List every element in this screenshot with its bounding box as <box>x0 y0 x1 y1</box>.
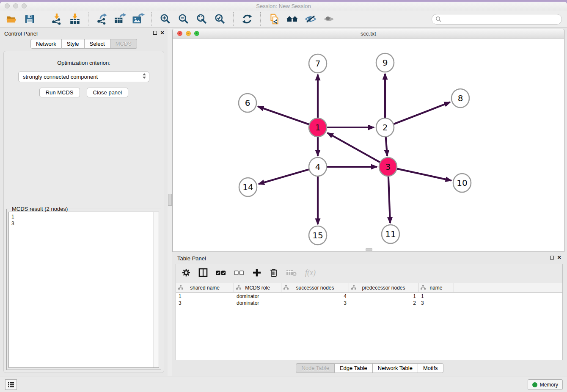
show-all-icon[interactable] <box>322 13 335 25</box>
graph-node-1[interactable]: 1 <box>309 118 327 137</box>
table-row[interactable]: 1dominator411 <box>176 293 562 300</box>
table-panel-title: Table Panel <box>177 255 206 262</box>
zoom-in-icon[interactable] <box>159 13 172 25</box>
export-image-icon[interactable] <box>132 13 145 25</box>
network-window-title: scc.txt <box>173 30 564 37</box>
network-window-titlebar[interactable]: × − + scc.txt <box>173 29 564 39</box>
function-builder-icon[interactable]: f(x) <box>305 268 316 277</box>
table-cell[interactable]: 1 <box>349 293 418 299</box>
column-header-shared-name[interactable]: shared name <box>176 283 234 292</box>
export-network-icon[interactable] <box>96 13 108 25</box>
toolbar-separator <box>151 12 152 26</box>
edge-3-10[interactable] <box>397 169 451 181</box>
settings-icon[interactable] <box>182 268 190 277</box>
scrollbar[interactable] <box>153 212 159 367</box>
toolbar-separator <box>88 12 89 26</box>
tab-edge-table[interactable]: Edge Table <box>335 363 373 373</box>
table-header-row: shared nameMCDS rolesuccessor nodesprede… <box>176 283 562 293</box>
import-network-icon[interactable] <box>50 13 63 25</box>
tab-mcds[interactable]: MCDS <box>110 39 137 49</box>
tab-network[interactable]: Network <box>30 39 62 49</box>
table-cell[interactable]: 3 <box>281 300 349 306</box>
table-row[interactable]: 3dominator323 <box>176 300 562 306</box>
node-table: shared nameMCDS rolesuccessor nodesprede… <box>176 283 562 360</box>
edge-4-14[interactable] <box>259 169 309 184</box>
tab-style[interactable]: Style <box>62 39 85 49</box>
import-table-icon[interactable] <box>69 13 81 25</box>
graph-node-4[interactable]: 4 <box>309 157 327 176</box>
memory-button[interactable]: Memory <box>528 379 563 390</box>
edge-1-6[interactable] <box>258 107 309 124</box>
close-panel-button[interactable]: Close panel <box>87 88 129 97</box>
table-tabs: Node TableEdge TableNetwork TableMotifs <box>172 363 567 373</box>
table-cell[interactable]: 2 <box>349 300 418 306</box>
float-table-panel-icon[interactable] <box>550 256 554 259</box>
table-cell[interactable]: dominator <box>234 293 281 299</box>
graph-node-11[interactable]: 11 <box>382 225 399 243</box>
graph-node-14[interactable]: 14 <box>239 178 257 196</box>
save-session-icon[interactable] <box>23 13 36 25</box>
optimization-dropdown[interactable]: strongly connected component <box>18 72 149 82</box>
duplicate-network-icon[interactable] <box>268 13 281 25</box>
canvas-splitter-handle[interactable] <box>366 248 372 251</box>
task-history-button[interactable] <box>5 379 17 390</box>
graph-node-3[interactable]: 3 <box>379 157 397 176</box>
panel-splitter[interactable] <box>168 28 172 376</box>
column-header-MCDS-role[interactable]: MCDS role <box>234 283 281 292</box>
table-cell[interactable]: 3 <box>418 300 454 306</box>
mcds-result-group: MCDS result (2 nodes) 13 <box>6 209 161 370</box>
splitter-handle[interactable] <box>168 194 172 206</box>
table-cell[interactable]: dominator <box>234 300 281 306</box>
search-input[interactable] <box>432 14 562 25</box>
delete-table-icon[interactable] <box>286 269 297 276</box>
close-panel-icon[interactable]: × <box>160 30 164 35</box>
unselect-all-icon[interactable] <box>234 270 244 276</box>
memory-label: Memory <box>540 382 558 388</box>
toolbar-separator <box>233 12 234 26</box>
zoom-fit-icon[interactable] <box>195 13 208 25</box>
node-label: 7 <box>315 58 321 69</box>
table-cell[interactable]: 1 <box>418 293 454 299</box>
network-canvas[interactable]: 1234678910111415 <box>173 39 564 251</box>
edge-2-3[interactable] <box>386 137 387 156</box>
graph-node-2[interactable]: 2 <box>376 118 394 137</box>
graph-node-15[interactable]: 15 <box>309 226 327 245</box>
node-label: 2 <box>383 122 388 133</box>
delete-row-icon[interactable] <box>270 268 278 277</box>
column-selector-icon[interactable] <box>198 268 208 277</box>
export-table-icon[interactable] <box>114 13 127 25</box>
tab-motifs[interactable]: Motifs <box>418 363 443 373</box>
edge-3-1[interactable] <box>328 133 380 163</box>
tab-network-table[interactable]: Network Table <box>373 363 418 373</box>
open-file-icon[interactable] <box>5 13 18 25</box>
apply-layout-icon[interactable] <box>241 13 253 25</box>
window-title: Session: New Session <box>0 3 567 9</box>
column-header-name[interactable]: name <box>418 283 454 292</box>
add-row-icon[interactable] <box>252 268 261 277</box>
hide-selected-icon[interactable] <box>304 13 317 25</box>
edge-3-11[interactable] <box>388 176 390 223</box>
table-cell[interactable]: 1 <box>176 293 234 299</box>
control-panel: Control Panel × NetworkStyleSelectMCDS O… <box>0 28 168 376</box>
tab-node-table[interactable]: Node Table <box>296 363 335 373</box>
first-neighbors-icon[interactable] <box>286 13 299 25</box>
graph-node-9[interactable]: 9 <box>376 53 394 72</box>
optimization-label: Optimization criterion: <box>4 60 164 66</box>
table-cell[interactable]: 3 <box>176 300 234 306</box>
select-all-icon[interactable] <box>216 270 226 276</box>
table-cell[interactable]: 4 <box>281 293 349 299</box>
graph-node-6[interactable]: 6 <box>239 94 256 112</box>
column-header-successor-nodes[interactable]: successor nodes <box>281 283 349 292</box>
graph-node-7[interactable]: 7 <box>309 54 327 73</box>
graph-node-10[interactable]: 10 <box>453 174 471 192</box>
column-header-predecessor-nodes[interactable]: predecessor nodes <box>349 283 418 292</box>
edge-2-8[interactable] <box>394 102 450 124</box>
mcds-result-text[interactable]: 13 <box>8 212 159 368</box>
close-table-panel-icon[interactable]: × <box>557 255 561 260</box>
zoom-selected-icon[interactable] <box>214 13 226 25</box>
graph-node-8[interactable]: 8 <box>451 89 469 108</box>
float-panel-icon[interactable] <box>153 31 157 35</box>
zoom-out-icon[interactable] <box>177 13 190 25</box>
run-mcds-button[interactable]: Run MCDS <box>39 88 80 97</box>
tab-select[interactable]: Select <box>85 39 110 49</box>
